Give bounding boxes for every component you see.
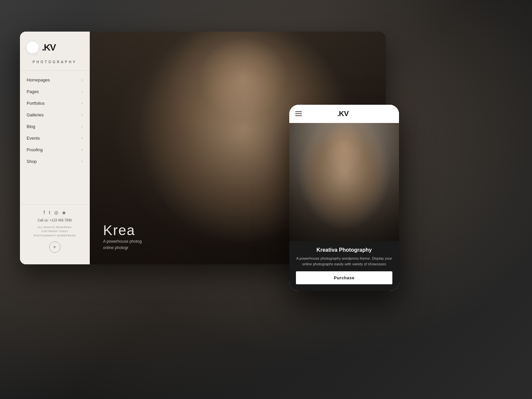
nav-item-proofing[interactable]: Proofing › (20, 144, 89, 156)
nav-item-portfolios[interactable]: Portfolios › (20, 97, 89, 109)
hero-text: Krea A powerhouse photog online photogr (103, 222, 142, 251)
chevron-icon-homepages: › (82, 78, 83, 82)
phone-bottom: Kreativa Photography A powerhouse photog… (289, 241, 399, 291)
chevron-icon-events: › (82, 136, 83, 140)
nav-item-pages[interactable]: Pages › (20, 86, 89, 97)
sidebar: .KV PHOTOGRAPHY Homepages › Pages › Port… (20, 32, 90, 264)
nav-label-portfolios: Portfolios (27, 101, 45, 106)
hero-subtitle-line1: A powerhouse photog (103, 239, 142, 244)
nav-item-shop[interactable]: Shop › (20, 156, 89, 167)
menu-line-3 (295, 115, 302, 116)
nav-label-blog: Blog (27, 124, 35, 129)
phone-number: Call us: +123 456 7890 (27, 218, 83, 222)
facebook-icon[interactable]: f (44, 210, 45, 215)
logo-circle (27, 42, 39, 54)
chevron-icon-galleries: › (82, 113, 83, 117)
phone-bottom-content: Kreativa Photography A powerhouse photog… (296, 247, 392, 267)
phone-description: A powerhouse photography wordpress theme… (296, 256, 392, 267)
copyright-line2: COPYRIGHT ©2021 (41, 230, 68, 233)
nav-label-galleries: Galleries (27, 112, 44, 117)
nav-label-events: Events (27, 136, 40, 141)
twitter-icon[interactable]: t (49, 210, 50, 215)
menu-line-2 (295, 113, 302, 114)
nav-label-pages: Pages (27, 89, 39, 94)
extra-social-icon[interactable]: ◈ (62, 210, 66, 215)
hamburger-menu-icon[interactable] (295, 111, 302, 116)
sidebar-footer: f t ◎ ◈ Call us: +123 456 7890 ALL RIGHT… (20, 204, 89, 258)
phone-photo-overlay (289, 123, 399, 241)
phone-mockup: .KV Kreativa Photography A powerhouse ph… (289, 105, 399, 291)
chevron-icon-pages: › (82, 90, 83, 93)
phone-title: Kreativa Photography (296, 247, 392, 253)
purchase-button[interactable]: Purchase (296, 271, 392, 284)
add-button[interactable]: + (49, 241, 61, 253)
photography-label: PHOTOGRAPHY (20, 60, 89, 71)
nav-item-galleries[interactable]: Galleries › (20, 109, 89, 121)
nav-item-events[interactable]: Events › (20, 132, 89, 144)
nav-item-blog[interactable]: Blog › (20, 121, 89, 132)
copyright-line1: ALL RIGHTS RESERVED (38, 226, 72, 229)
phone-header: .KV (289, 105, 399, 123)
chevron-icon-proofing: › (82, 148, 83, 152)
phone-logo: .KV (337, 109, 348, 118)
menu-line-1 (295, 111, 302, 112)
copyright-line3: PHOTOGRAPHY WORDPRESS (34, 234, 76, 237)
nav-item-homepages[interactable]: Homepages › (20, 74, 89, 86)
social-icons: f t ◎ ◈ (27, 210, 83, 215)
chevron-icon-shop: › (82, 160, 83, 163)
nav-label-proofing: Proofing (27, 147, 43, 152)
nav-menu: Homepages › Pages › Portfolios › Galleri… (20, 74, 89, 167)
chevron-icon-portfolios: › (82, 101, 83, 105)
instagram-icon[interactable]: ◎ (54, 210, 58, 215)
logo-area: .KV (20, 32, 89, 60)
hero-subtitle-line2: online photogr (103, 245, 128, 250)
nav-label-homepages: Homepages (27, 77, 50, 82)
nav-label-shop: Shop (27, 159, 37, 164)
hero-subtitle: A powerhouse photog online photogr (103, 238, 142, 251)
chevron-icon-blog: › (82, 125, 83, 128)
copyright-text: ALL RIGHTS RESERVED COPYRIGHT ©2021 PHOT… (27, 225, 83, 238)
hero-title: Krea (103, 222, 142, 238)
logo-text: .KV (42, 42, 56, 53)
phone-hero-photo (289, 123, 399, 241)
